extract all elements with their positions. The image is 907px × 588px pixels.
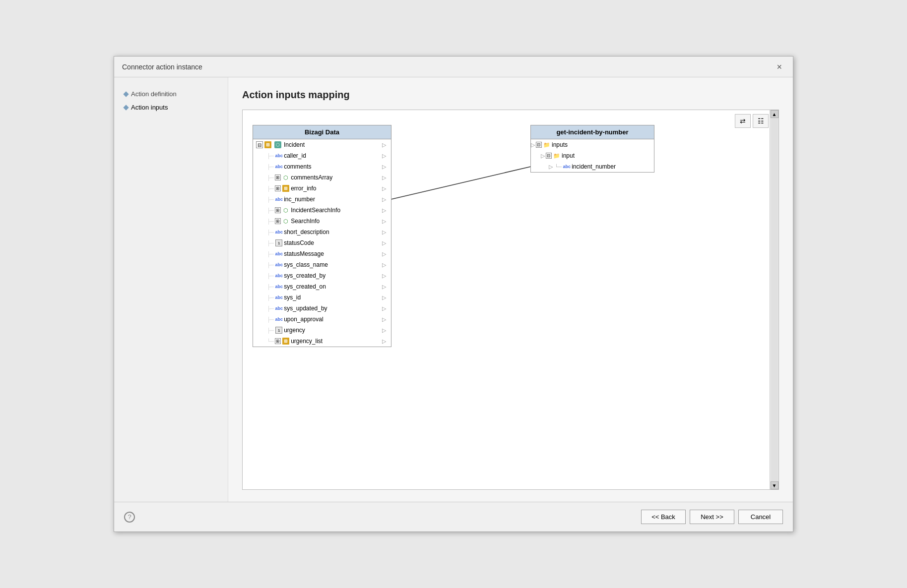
table-row: ⊟ ⊞ ⬡ Incident ▷ [253,139,391,150]
arrow-icon: ▷ [382,240,388,246]
abc-icon: abc [275,261,282,268]
footer-buttons: << Back Next >> Cancel [641,510,783,524]
item-label: statusMessage [284,250,324,257]
arrow-icon: ▷ [382,327,388,334]
abc-icon: abc [563,163,570,170]
table-icon: ⊞ [264,141,271,148]
table-row: ├─ abc caller_id ▷ [253,150,391,161]
scroll-down[interactable]: ▼ [771,481,778,489]
abc-icon: abc [275,250,282,257]
layout-icon: ☷ [758,117,764,125]
table-row: ├─ abc sys_updated_by ▷ [253,303,391,314]
diamond-icon [123,91,129,97]
sidebar-item-action-inputs[interactable]: Action inputs [122,101,220,114]
content-area: Action definition Action inputs Action i… [114,77,793,502]
table-row-inc-number: ├─ abc inc_number ▷ [253,194,391,205]
expand-button[interactable]: ⊞ [275,218,281,224]
item-label: incident_number [572,163,616,170]
table-row: ├─ abc sys_class_name ▷ [253,259,391,270]
arrow-icon: ▷ [382,294,388,301]
item-label: input [562,152,575,159]
back-button[interactable]: << Back [641,510,686,524]
table-icon: ⊞ [282,338,289,345]
arrow-icon: ▷ [382,185,388,192]
expand-button[interactable]: ⊟ [546,153,552,159]
arrow-icon: ▷ [382,305,388,312]
table-row: ├─ abc sys_id ▷ [253,292,391,303]
entity-icon: ⬡ [274,141,281,148]
close-button[interactable]: × [774,61,785,72]
arrow-icon: ▷ [382,196,388,203]
table-row: ├─ ⊞ ⬡ SearchInfo ▷ [253,216,391,227]
item-label: IncidentSearchInfo [291,207,340,214]
abc-icon: abc [275,229,282,235]
footer-left: ? [124,512,135,523]
table-row: ├─ abc short_description ▷ [253,227,391,237]
mapping-canvas[interactable]: Bizagi Data ⊟ ⊞ ⬡ Incident ▷ [243,110,778,357]
arrow-icon: ▷ [382,338,388,345]
num-icon: 1 [275,327,282,334]
table-row: ├─ abc sys_created_by ▷ [253,270,391,281]
arrow-icon: ▷ [382,316,388,323]
table-row: ├─ ⊞ ⬡ commentsArray ▷ [253,172,391,183]
folder-icon: 📁 [553,152,560,159]
item-label: Incident [284,141,305,148]
cancel-button[interactable]: Cancel [738,510,783,524]
sidebar-item-label: Action inputs [131,104,168,111]
num-icon: 1 [275,239,282,246]
page-title: Action inputs mapping [242,89,779,101]
bizagi-table-header: Bizagi Data [253,125,391,139]
expand-button[interactable]: ⊞ [275,207,281,213]
table-icon: ⊞ [282,185,289,192]
arrow-icon: ▷ [382,262,388,268]
table-row: └─ ⊞ ⊞ urgency_list ▷ [253,336,391,347]
tables-container: Bizagi Data ⊟ ⊞ ⬡ Incident ▷ [253,120,769,347]
mapping-toolbar: ⇄ ☷ [735,114,769,128]
item-label: sys_created_by [284,272,325,279]
abc-icon: abc [275,283,282,290]
item-label: caller_id [284,152,306,159]
table-row-incident-number: ▷ └─ abc incident_number [531,161,654,172]
table-row: ├─ ⊞ ⊞ error_info ▷ [253,183,391,194]
map-button[interactable]: ⇄ [735,114,751,128]
title-bar: Connector action instance × [114,57,793,77]
arrow-icon: ▷ [382,229,388,235]
arrow-icon: ▷ [382,251,388,257]
abc-icon: abc [275,294,282,301]
obj-icon: ⬡ [282,218,289,225]
item-label: short_description [284,229,329,235]
item-label: sys_updated_by [284,305,327,312]
arrow-icon: ▷ [382,153,388,159]
help-button[interactable]: ? [124,512,135,523]
sidebar-item-action-definition[interactable]: Action definition [122,87,220,101]
arrow-icon: ▷ [382,175,388,181]
item-label: sys_created_on [284,283,326,290]
table-row: ├─ abc statusMessage ▷ [253,248,391,259]
connector-table-header: get-incident-by-number [531,125,654,139]
abc-icon: abc [275,196,282,203]
table-row: ├─ abc upon_approval ▷ [253,314,391,325]
folder-icon: 📁 [543,141,550,148]
table-row: ├─ 1 statusCode ▷ [253,237,391,248]
dialog-title: Connector action instance [122,63,202,71]
expand-button[interactable]: ⊞ [275,338,281,344]
bizagi-table: Bizagi Data ⊟ ⊞ ⬡ Incident ▷ [253,125,391,347]
item-label: SearchInfo [291,218,320,225]
footer: ? << Back Next >> Cancel [114,502,793,531]
item-label: sys_class_name [284,261,328,268]
expand-button[interactable]: ⊟ [536,142,542,148]
expand-button[interactable]: ⊟ [256,141,263,148]
table-row: ├─ abc comments ▷ [253,161,391,172]
abc-icon: abc [275,305,282,312]
expand-button[interactable]: ⊞ [275,185,281,191]
obj-icon: ⬡ [282,174,289,181]
table-row: ├─ 1 urgency ▷ [253,325,391,336]
dialog: Connector action instance × Action defin… [114,56,793,532]
map-icon: ⇄ [740,117,746,125]
item-label: statusCode [284,239,314,246]
abc-icon: abc [275,316,282,323]
sidebar: Action definition Action inputs [114,77,228,502]
expand-button[interactable]: ⊞ [275,175,281,180]
next-button[interactable]: Next >> [690,510,734,524]
layout-button[interactable]: ☷ [753,114,769,128]
